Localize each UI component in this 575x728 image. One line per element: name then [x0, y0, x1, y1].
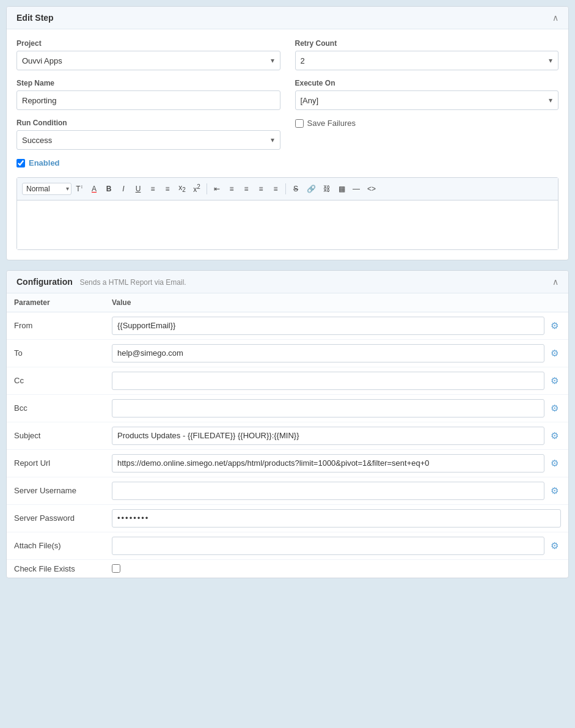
param-value-bcc-row: ⚙ — [104, 394, 568, 422]
input-attach-files-row[interactable] — [112, 537, 544, 555]
style-select-wrapper: Normal Heading 1 Heading 2 — [22, 183, 71, 195]
editor-wrapper: Normal Heading 1 Heading 2 T↕ A B I U ≡ … — [16, 177, 559, 250]
highlight-btn[interactable]: ▩ — [335, 182, 348, 196]
param-value-to-row: ⚙ — [104, 339, 568, 367]
config-row-server-username-row: Server Username⚙ — [7, 477, 568, 504]
param-value-attach-files-row: ⚙ — [104, 532, 568, 559]
input-cc-row[interactable] — [112, 372, 544, 390]
run-condition-label: Run Condition — [16, 119, 280, 127]
project-label: Project — [16, 39, 280, 48]
enabled-row: Enabled — [16, 158, 280, 167]
input-from-row[interactable] — [112, 317, 544, 335]
param-label-attach-files-row: Attach File(s) — [7, 532, 104, 559]
gear-btn-report-url-row[interactable]: ⚙ — [548, 457, 561, 470]
italic-btn[interactable]: I — [117, 182, 130, 196]
align-justify-btn[interactable]: ≡ — [269, 182, 282, 196]
param-value-cc-row: ⚙ — [104, 367, 568, 394]
configuration-card: Configuration Sends a HTML Report via Em… — [6, 270, 569, 578]
input-bcc-row[interactable] — [112, 399, 544, 417]
project-group: Project Ouvvi Apps — [16, 39, 280, 70]
param-label-check-file-exists-row: Check File Exists — [7, 559, 104, 578]
gear-btn-attach-files-row[interactable]: ⚙ — [548, 539, 561, 553]
configuration-collapse-button[interactable]: ∧ — [552, 277, 559, 287]
edit-step-card: Edit Step ∧ Project Ouvvi Apps Step Name — [6, 6, 569, 260]
gear-btn-from-row[interactable]: ⚙ — [548, 319, 561, 333]
retry-count-label: Retry Count — [295, 39, 559, 48]
gear-btn-cc-row[interactable]: ⚙ — [548, 374, 561, 388]
param-label-server-password-row: Server Password — [7, 504, 104, 532]
param-value-report-url-row: ⚙ — [104, 449, 568, 477]
superscript-btn[interactable]: x2 — [190, 181, 203, 197]
font-color-btn[interactable]: A — [87, 182, 101, 196]
unordered-list-btn[interactable]: ≡ — [161, 182, 174, 196]
subscript-btn[interactable]: x2 — [175, 181, 189, 196]
step-name-input[interactable] — [16, 90, 280, 110]
value-header: Value — [104, 293, 568, 312]
unlink-btn[interactable]: ⛓ — [320, 182, 334, 196]
config-row-subject-row: Subject⚙ — [7, 422, 568, 449]
align-left-btn[interactable]: ≡ — [240, 182, 253, 196]
editor-content[interactable] — [17, 200, 558, 249]
input-subject-row[interactable] — [112, 427, 544, 445]
execute-on-select-wrapper: [Any] — [295, 90, 559, 110]
param-value-server-username-row: ⚙ — [104, 477, 568, 504]
run-condition-select[interactable]: Success Failure Any — [16, 130, 280, 150]
editor-toolbar: Normal Heading 1 Heading 2 T↕ A B I U ≡ … — [17, 178, 558, 200]
style-select[interactable]: Normal Heading 1 Heading 2 — [22, 183, 71, 195]
code-btn[interactable]: <> — [364, 182, 379, 196]
config-row-bcc-row: Bcc⚙ — [7, 394, 568, 422]
param-label-bcc-row: Bcc — [7, 394, 104, 422]
input-server-username-row[interactable] — [112, 482, 544, 500]
enabled-checkbox[interactable] — [16, 159, 25, 167]
execute-on-group: Execute On [Any] — [295, 79, 559, 110]
param-header: Parameter — [7, 293, 104, 312]
right-pane: Retry Count 0 1 2 3 Execute On — [295, 39, 559, 167]
retry-count-group: Retry Count 0 1 2 3 — [295, 39, 559, 70]
param-value-subject-row: ⚙ — [104, 422, 568, 449]
step-name-label: Step Name — [16, 79, 280, 87]
configuration-table: Parameter Value From⚙To⚙Cc⚙Bcc⚙Subject⚙R… — [7, 293, 568, 578]
input-to-row[interactable] — [112, 344, 544, 362]
input-server-password-row[interactable] — [112, 509, 561, 528]
strikethrough-btn[interactable]: S — [289, 182, 302, 196]
config-row-check-file-exists-row: Check File Exists — [7, 559, 568, 578]
execute-on-label: Execute On — [295, 79, 559, 87]
font-size-btn[interactable]: T↕ — [73, 182, 86, 196]
param-label-report-url-row: Report Url — [7, 449, 104, 477]
align-right-btn[interactable]: ≡ — [254, 182, 268, 196]
param-value-server-password-row — [104, 504, 568, 532]
save-failures-row: Save Failures — [295, 119, 559, 128]
config-row-from-row: From⚙ — [7, 312, 568, 339]
toolbar-sep-2 — [285, 183, 286, 194]
config-row-attach-files-row: Attach File(s)⚙ — [7, 532, 568, 559]
edit-step-collapse-button[interactable]: ∧ — [552, 13, 559, 23]
input-report-url-row[interactable] — [112, 454, 544, 472]
gear-btn-to-row[interactable]: ⚙ — [548, 347, 561, 360]
input-check-file-exists-row[interactable] — [112, 564, 120, 573]
param-value-from-row: ⚙ — [104, 312, 568, 339]
retry-count-select-wrapper: 0 1 2 3 — [295, 51, 559, 70]
left-pane: Project Ouvvi Apps Step Name Run Conditi… — [16, 39, 280, 167]
align-center-btn[interactable]: ≡ — [225, 182, 238, 196]
toolbar-sep-1 — [207, 183, 207, 194]
gear-btn-subject-row[interactable]: ⚙ — [548, 429, 561, 443]
gear-btn-server-username-row[interactable]: ⚙ — [548, 484, 561, 498]
gear-btn-bcc-row[interactable]: ⚙ — [548, 402, 561, 415]
config-table-body: From⚙To⚙Cc⚙Bcc⚙Subject⚙Report Url⚙Server… — [7, 312, 568, 578]
param-value-check-file-exists-row — [104, 559, 568, 578]
edit-step-body: Project Ouvvi Apps Step Name Run Conditi… — [7, 29, 568, 260]
hr-btn[interactable]: — — [350, 182, 363, 196]
save-failures-checkbox[interactable] — [295, 119, 304, 128]
project-select[interactable]: Ouvvi Apps — [16, 51, 280, 70]
configuration-body: Parameter Value From⚙To⚙Cc⚙Bcc⚙Subject⚙R… — [7, 293, 568, 578]
indent-btn[interactable]: ⇤ — [210, 182, 224, 196]
execute-on-select[interactable]: [Any] — [295, 90, 559, 110]
configuration-subtitle: Sends a HTML Report via Email. — [79, 278, 186, 287]
ordered-list-btn[interactable]: ≡ — [146, 182, 159, 196]
underline-btn[interactable]: U — [131, 182, 145, 196]
link-btn[interactable]: 🔗 — [304, 182, 319, 196]
run-condition-select-wrapper: Success Failure Any — [16, 130, 280, 150]
bold-btn[interactable]: B — [102, 182, 115, 196]
retry-count-select[interactable]: 0 1 2 3 — [295, 51, 559, 70]
config-row-server-password-row: Server Password — [7, 504, 568, 532]
